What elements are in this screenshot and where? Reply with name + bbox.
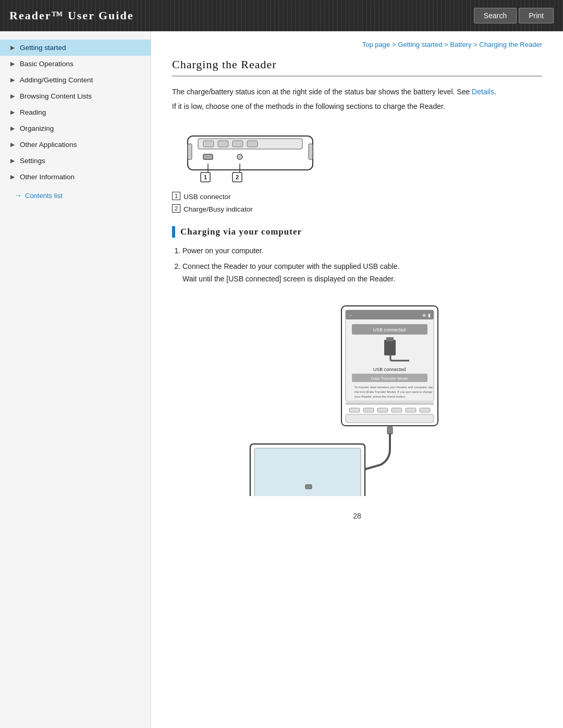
- sidebar-item-organizing[interactable]: ▶ Organizing: [0, 120, 151, 137]
- sidebar-item-other-applications[interactable]: ▶ Other Applications: [0, 137, 151, 153]
- chevron-right-icon: ▶: [10, 125, 16, 132]
- device-labels: 1 USB connector 2 Charge/Busy indicator: [172, 191, 542, 216]
- chevron-right-icon: ▶: [10, 60, 16, 67]
- svg-text:To transfer data between your : To transfer data between your Reader and…: [354, 386, 433, 389]
- sidebar-item-browsing-content[interactable]: ▶ Browsing Content Lists: [0, 88, 151, 104]
- device-illustration: 1 2: [172, 123, 542, 186]
- svg-rect-23: [384, 340, 396, 355]
- section-bar-icon: [172, 226, 175, 238]
- svg-text:your Reader, press the Home bu: your Reader, press the Home button.: [354, 395, 406, 398]
- svg-text:⊕ ▮: ⊕ ▮: [422, 313, 431, 318]
- breadcrumb-top[interactable]: Top page: [362, 41, 390, 48]
- svg-text:USB connected: USB connected: [373, 367, 406, 372]
- breadcrumb-battery[interactable]: Battery: [450, 41, 471, 48]
- svg-rect-39: [420, 408, 430, 412]
- svg-rect-37: [391, 408, 402, 412]
- sidebar: ▶ Getting started ▶ Basic Operations ▶ A…: [0, 31, 151, 728]
- svg-rect-24: [386, 337, 394, 341]
- details-link[interactable]: Details: [472, 88, 494, 96]
- app-title: Reader™ User Guide: [9, 9, 133, 22]
- breadcrumb-getting-started[interactable]: Getting started: [398, 41, 442, 48]
- svg-text:the icon [Data Transfer Mode].: the icon [Data Transfer Mode]. If you ju…: [354, 390, 433, 393]
- chevron-right-icon: ▶: [10, 141, 16, 148]
- sidebar-item-getting-started[interactable]: ▶ Getting started: [0, 40, 151, 56]
- svg-rect-38: [406, 408, 416, 412]
- header-buttons: Search Print: [474, 8, 554, 23]
- sidebar-item-other-information[interactable]: ▶ Other Information: [0, 169, 151, 185]
- chevron-right-icon: ▶: [10, 93, 16, 100]
- svg-rect-41: [387, 427, 393, 434]
- contents-list-link[interactable]: → Contents list: [0, 185, 151, 204]
- header: Reader™ User Guide Search Print: [0, 0, 563, 31]
- computer-illustration: ← ⊕ ▮ USB connected USB connected Data: [172, 298, 542, 496]
- sidebar-item-reading[interactable]: ▶ Reading: [0, 104, 151, 120]
- svg-rect-18: [346, 310, 434, 319]
- svg-rect-40: [346, 414, 434, 423]
- sidebar-item-adding-content[interactable]: ▶ Adding/Getting Content: [0, 72, 151, 88]
- svg-rect-2: [203, 141, 214, 147]
- chevron-right-icon: ▶: [10, 174, 16, 180]
- svg-point-7: [237, 154, 242, 159]
- section-heading-charging: Charging via your computer: [172, 226, 542, 238]
- breadcrumb: Top page > Getting started > Battery > C…: [172, 41, 542, 48]
- arrow-right-icon: →: [15, 191, 22, 200]
- main-layout: ▶ Getting started ▶ Basic Operations ▶ A…: [0, 31, 563, 728]
- reader-device-svg: 1 2: [172, 123, 328, 186]
- svg-rect-35: [363, 408, 374, 412]
- svg-text:←: ←: [349, 313, 353, 318]
- svg-rect-36: [377, 408, 388, 412]
- sidebar-item-settings[interactable]: ▶ Settings: [0, 153, 151, 169]
- intro-paragraph: The charge/battery status icon at the ri…: [172, 86, 542, 97]
- svg-text:2: 2: [236, 174, 239, 180]
- svg-text:USB connected: USB connected: [373, 327, 406, 332]
- chevron-right-icon: ▶: [10, 44, 16, 51]
- svg-rect-15: [309, 144, 313, 159]
- step-1: Power on your computer.: [182, 245, 542, 257]
- computer-device-svg: ← ⊕ ▮ USB connected USB connected Data: [240, 298, 474, 496]
- svg-rect-4: [232, 141, 243, 147]
- svg-rect-47: [305, 485, 312, 489]
- chevron-right-icon: ▶: [10, 157, 16, 164]
- second-line: If it is low, choose one of the methods …: [172, 101, 542, 112]
- svg-rect-34: [349, 408, 360, 412]
- svg-rect-6: [203, 154, 213, 159]
- label-item-1: 1 USB connector: [172, 191, 542, 203]
- main-content: Top page > Getting started > Battery > C…: [151, 31, 563, 728]
- label-num-2: 2: [172, 204, 180, 213]
- chevron-right-icon: ▶: [10, 109, 16, 116]
- print-button[interactable]: Print: [519, 8, 554, 23]
- svg-text:Data Transfer Mode: Data Transfer Mode: [371, 376, 408, 381]
- label-text-1: USB connector: [183, 191, 231, 203]
- page-number: 28: [172, 512, 542, 520]
- label-item-2: 2 Charge/Busy indicator: [172, 203, 542, 216]
- chevron-right-icon: ▶: [10, 77, 16, 83]
- svg-rect-5: [247, 141, 258, 147]
- label-num-1: 1: [172, 192, 180, 200]
- page-title: Charging the Reader: [172, 58, 542, 77]
- breadcrumb-current: Charging the Reader: [479, 41, 542, 48]
- svg-rect-33: [346, 402, 434, 405]
- sidebar-item-basic-operations[interactable]: ▶ Basic Operations: [0, 56, 151, 72]
- step-2: Connect the Reader to your computer with…: [182, 261, 542, 286]
- step-list: Power on your computer. Connect the Read…: [182, 245, 542, 285]
- svg-rect-3: [218, 141, 228, 147]
- search-button[interactable]: Search: [474, 8, 517, 23]
- svg-rect-14: [188, 144, 192, 159]
- label-text-2: Charge/Busy indicator: [183, 203, 253, 216]
- svg-text:1: 1: [204, 174, 207, 180]
